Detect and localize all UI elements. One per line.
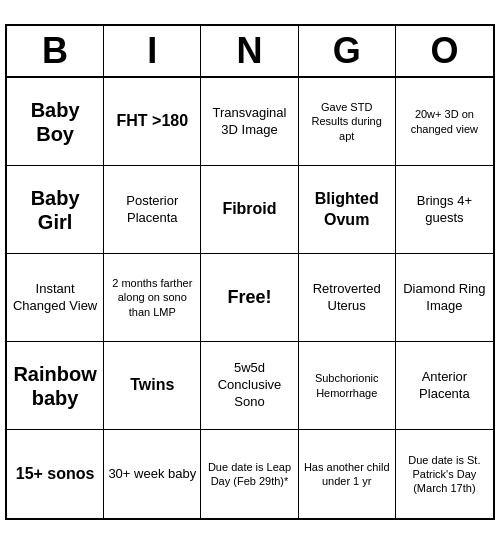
bingo-cell-12: Free!: [201, 254, 298, 342]
bingo-cell-9: Brings 4+ guests: [396, 166, 493, 254]
bingo-cell-22: Due date is Leap Day (Feb 29th)*: [201, 430, 298, 518]
bingo-cell-20: 15+ sonos: [7, 430, 104, 518]
bingo-letter-b: B: [7, 26, 104, 76]
bingo-letter-n: N: [201, 26, 298, 76]
bingo-cell-4: 20w+ 3D on changed view: [396, 78, 493, 166]
bingo-card: BINGO Baby BoyFHT >180Transvaginal 3D Im…: [5, 24, 495, 520]
bingo-cell-16: Twins: [104, 342, 201, 430]
bingo-cell-21: 30+ week baby: [104, 430, 201, 518]
bingo-cell-15: Rainbow baby: [7, 342, 104, 430]
bingo-cell-24: Due date is St. Patrick's Day (March 17t…: [396, 430, 493, 518]
bingo-letter-g: G: [299, 26, 396, 76]
bingo-cell-6: Posterior Placenta: [104, 166, 201, 254]
bingo-cell-10: Instant Changed View: [7, 254, 104, 342]
bingo-grid: Baby BoyFHT >180Transvaginal 3D ImageGav…: [7, 78, 493, 518]
bingo-cell-23: Has another child under 1 yr: [299, 430, 396, 518]
bingo-cell-1: FHT >180: [104, 78, 201, 166]
bingo-cell-5: Baby Girl: [7, 166, 104, 254]
bingo-cell-2: Transvaginal 3D Image: [201, 78, 298, 166]
bingo-cell-7: Fibroid: [201, 166, 298, 254]
bingo-cell-17: 5w5d Conclusive Sono: [201, 342, 298, 430]
bingo-cell-14: Diamond Ring Image: [396, 254, 493, 342]
bingo-cell-19: Anterior Placenta: [396, 342, 493, 430]
bingo-cell-18: Subchorionic Hemorrhage: [299, 342, 396, 430]
bingo-cell-13: Retroverted Uterus: [299, 254, 396, 342]
bingo-cell-0: Baby Boy: [7, 78, 104, 166]
bingo-cell-3: Gave STD Results during apt: [299, 78, 396, 166]
bingo-header: BINGO: [7, 26, 493, 78]
bingo-cell-11: 2 months farther along on sono than LMP: [104, 254, 201, 342]
bingo-cell-8: Blighted Ovum: [299, 166, 396, 254]
bingo-letter-o: O: [396, 26, 493, 76]
bingo-letter-i: I: [104, 26, 201, 76]
